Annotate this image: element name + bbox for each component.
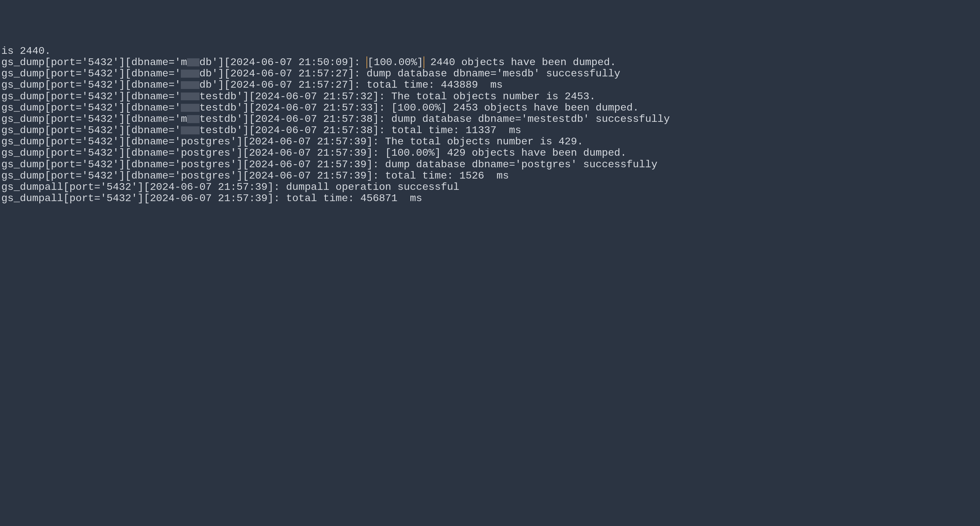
terminal-line: gs_dump[port='5432'][dbname='mestestdb']… bbox=[1, 91, 979, 102]
terminal-line: gs_dump[port='5432'][dbname='postgres'][… bbox=[1, 170, 979, 181]
redacted-text: mes bbox=[181, 102, 200, 113]
redacted-text: mes bbox=[181, 125, 200, 136]
terminal-line: gs_dumpall[port='5432'][2024-06-07 21:57… bbox=[1, 193, 979, 204]
redacted-text: es bbox=[187, 113, 199, 125]
terminal-line: gs_dump[port='5432'][dbname='mesdb'][202… bbox=[1, 68, 979, 79]
terminal-line: gs_dump[port='5432'][dbname='mestestdb']… bbox=[1, 125, 979, 136]
terminal-line: gs_dump[port='5432'][dbname='mestestdb']… bbox=[1, 102, 979, 113]
redacted-text: mes bbox=[181, 91, 200, 102]
terminal-line: gs_dump[port='5432'][dbname='mesdb'][202… bbox=[1, 79, 979, 91]
terminal-line: gs_dump[port='5432'][dbname='postgres'][… bbox=[1, 136, 979, 147]
terminal-line: gs_dump[port='5432'][dbname='postgres'][… bbox=[1, 147, 979, 159]
terminal-line: gs_dump[port='5432'][dbname='postgres'][… bbox=[1, 159, 979, 170]
terminal-output[interactable]: is 2440.gs_dump[port='5432'][dbname='mes… bbox=[0, 45, 980, 204]
redacted-text: es bbox=[187, 57, 199, 68]
terminal-line: gs_dumpall[port='5432'][2024-06-07 21:57… bbox=[1, 181, 979, 193]
terminal-line: gs_dump[port='5432'][dbname='mesdb'][202… bbox=[1, 57, 979, 68]
terminal-line: gs_dump[port='5432'][dbname='mestestdb']… bbox=[1, 113, 979, 125]
redacted-text: mes bbox=[181, 79, 200, 91]
terminal-line: is 2440. bbox=[1, 45, 979, 57]
redacted-text: mes bbox=[181, 68, 200, 79]
search-highlight: [100.00%] bbox=[366, 56, 424, 68]
